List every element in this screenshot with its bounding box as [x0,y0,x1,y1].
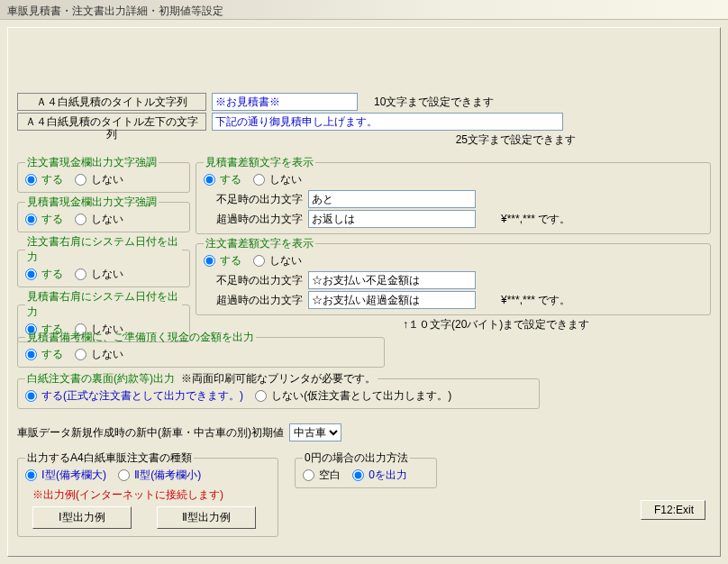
estimate-diff-short-input[interactable] [308,190,476,208]
group-order-diff: 注文書差額文字を表示 する しない 不足時の出力文字 超過時の出力文字 ¥***… [196,236,711,315]
order-cash-emph-yes[interactable]: する [25,172,63,187]
a4-subtitle-input[interactable] [212,113,563,131]
order-diff-short-input[interactable] [308,271,476,289]
sample-type2-button[interactable]: Ⅱ型出力例 [157,506,256,529]
group-estimate-cash-emph: 見積書現金欄出力文字強調 する しない [17,195,190,232]
estimate-remarks-cash-yes[interactable]: する [25,347,63,362]
group-order-sysdate-title: 注文書右肩にシステム日付を出力 [25,234,182,265]
order-diff-over-input[interactable] [308,291,476,309]
order-form-type-2[interactable]: Ⅱ型(備考欄小) [118,468,201,483]
window-title: 車販見積書・注文書出力詳細・初期値等設定 [0,0,728,20]
estimate-remarks-cash-no[interactable]: しない [75,347,123,362]
order-diff-hint: ↑１０文字(20バイト)まで設定できます [403,317,711,332]
order-backside-yes[interactable]: する(正式な注文書として出力できます。) [25,388,243,404]
a4-subtitle-hint: 25文字まで設定できます [456,132,576,148]
order-diff-suffix: ¥***,*** です。 [501,293,570,308]
group-estimate-sysdate-title: 見積書右肩にシステム日付を出力 [25,289,182,320]
group-estimate-remarks-cash: 見積書備考欄に、ご準備頂く現金の金額を出力 する しない [17,330,385,368]
order-diff-no[interactable]: しない [253,253,302,268]
group-estimate-cash-emph-title: 見積書現金欄出力文字強調 [25,195,159,210]
order-sysdate-no[interactable]: しない [75,267,123,282]
group-estimate-remarks-cash-title: 見積書備考欄に、ご準備頂く現金の金額を出力 [25,330,256,345]
group-order-backside-note: ※両面印刷可能なプリンタが必要です。 [181,372,376,385]
group-order-cash-emph-title: 注文書現金欄出力文字強調 [25,155,159,170]
a4-subtitle-label: Ａ４白紙見積のタイトル左下の文字列 [17,113,206,131]
estimate-cash-emph-yes[interactable]: する [25,212,63,227]
order-cash-emph-no[interactable]: しない [75,172,123,187]
order-sysdate-yes[interactable]: する [25,267,63,282]
vehicle-type-select[interactable]: 新車中古車 [289,423,341,441]
client-area: Ａ４白紙見積のタイトル文字列 10文字まで設定できます Ａ４白紙見積のタイトル左… [7,27,721,557]
group-order-cash-emph: 注文書現金欄出力文字強調 する しない [17,155,190,193]
group-order-sysdate: 注文書右肩にシステム日付を出力 する しない [17,234,190,287]
group-order-form-type: 出力するA4白紙車販注文書の種類 Ⅰ型(備考欄大) Ⅱ型(備考欄小) ※出力例(… [17,450,278,537]
group-estimate-diff: 見積書差額文字を表示 する しない 不足時の出力文字 超過時の出力文字 ¥***… [196,155,711,234]
estimate-diff-no[interactable]: しない [253,172,302,187]
exit-button[interactable]: F12:Exit [641,500,705,520]
group-order-backside-title: 白紙注文書の裏面(約款等)出力 [27,372,175,385]
order-diff-over-label: 超過時の出力文字 [204,293,303,308]
group-order-form-type-title: 出力するA4白紙車販注文書の種類 [25,450,194,466]
a4-title-label: Ａ４白紙見積のタイトル文字列 [17,93,206,111]
zero-yen-output[interactable]: 0を出力 [352,468,407,483]
a4-title-hint: 10文字まで設定できます [374,95,494,110]
estimate-diff-short-label: 不足時の出力文字 [204,192,303,207]
group-order-diff-title: 注文書差額文字を表示 [204,236,315,251]
zero-yen-blank[interactable]: 空白 [303,468,341,483]
estimate-diff-over-input[interactable] [308,210,476,228]
order-diff-short-label: 不足時の出力文字 [204,273,303,288]
group-estimate-diff-title: 見積書差額文字を表示 [204,155,315,170]
order-form-type-note: ※出力例(インターネットに接続します) [32,487,270,503]
estimate-diff-suffix: ¥***,*** です。 [501,212,570,227]
group-zero-yen-title: 0円の場合の出力方法 [303,450,410,466]
group-order-backside: 白紙注文書の裏面(約款等)出力 ※両面印刷可能なプリンタが必要です。 する(正式… [17,371,540,409]
group-zero-yen: 0円の場合の出力方法 空白 0を出力 [295,450,437,488]
order-diff-yes[interactable]: する [204,253,241,268]
order-form-type-1[interactable]: Ⅰ型(備考欄大) [25,468,106,483]
estimate-cash-emph-no[interactable]: しない [75,212,123,227]
sample-type1-button[interactable]: Ⅰ型出力例 [32,506,132,529]
estimate-diff-over-label: 超過時の出力文字 [204,212,303,227]
a4-title-input[interactable] [212,93,358,111]
vehicle-type-label: 車販データ新規作成時の新中(新車・中古車の別)初期値 [17,425,284,441]
group-order-backside-legend: 白紙注文書の裏面(約款等)出力 ※両面印刷可能なプリンタが必要です。 [25,371,378,387]
estimate-diff-yes[interactable]: する [204,172,241,187]
order-backside-no[interactable]: しない(仮注文書として出力します。) [255,388,451,404]
